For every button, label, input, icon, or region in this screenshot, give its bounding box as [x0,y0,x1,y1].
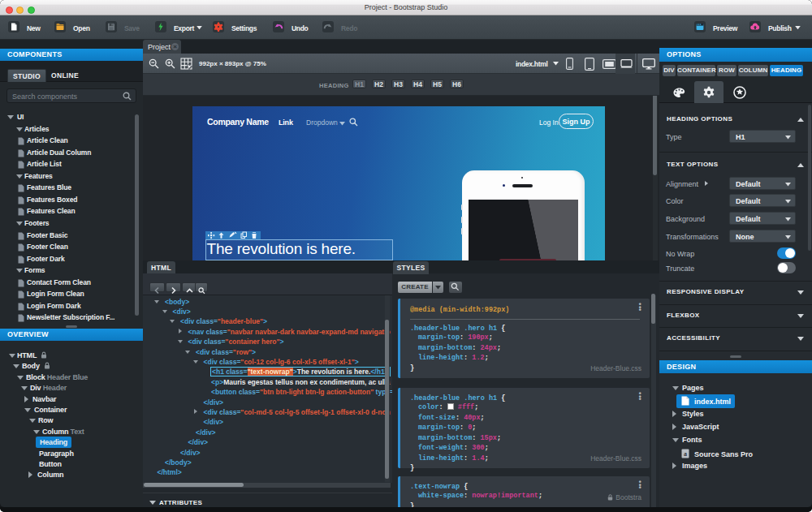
svg-text:a: a [684,450,687,458]
